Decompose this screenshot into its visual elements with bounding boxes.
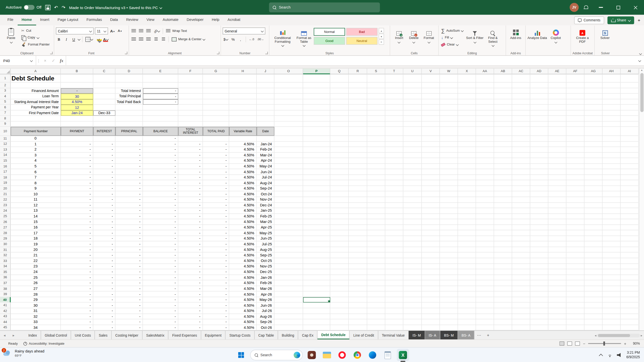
cell-AB5[interactable] <box>494 99 512 105</box>
cell-R25[interactable] <box>349 214 367 219</box>
cell-AI25[interactable] <box>621 214 639 219</box>
cell-AD8[interactable] <box>530 116 548 121</box>
cell-H17[interactable]: 4.50% <box>229 169 257 175</box>
cell-H8[interactable] <box>229 116 257 121</box>
cell-V16[interactable] <box>422 164 440 169</box>
cell-P2[interactable] <box>303 82 330 88</box>
cell-D19[interactable]: - <box>115 180 143 186</box>
cell-AI11[interactable] <box>621 136 639 141</box>
cell-O9[interactable] <box>274 121 303 127</box>
cell-G33[interactable]: - <box>203 258 229 264</box>
cell-P45[interactable] <box>303 325 330 330</box>
cell-F28[interactable]: - <box>178 230 203 236</box>
cell-E27[interactable]: - <box>143 225 178 230</box>
cell-F12[interactable]: - <box>178 142 203 147</box>
cell-P33[interactable] <box>303 258 330 264</box>
cell-P44[interactable] <box>303 319 330 325</box>
cell-T43[interactable] <box>385 314 403 319</box>
cell-R3[interactable] <box>349 88 367 94</box>
row-header-28[interactable]: 28 <box>0 230 11 236</box>
cell-AI24[interactable] <box>621 208 639 214</box>
cell-E18[interactable]: - <box>143 175 178 180</box>
cell-X23[interactable] <box>458 203 476 208</box>
cell-B3[interactable]: - <box>61 88 93 94</box>
cell-R2[interactable] <box>349 82 367 88</box>
cell-Q22[interactable] <box>330 197 349 203</box>
cell-AA31[interactable] <box>476 247 494 253</box>
cell-AA2[interactable] <box>476 82 494 88</box>
cell-S18[interactable] <box>367 175 385 180</box>
cell-B33[interactable]: - <box>61 258 93 264</box>
cell-AG36[interactable] <box>584 275 602 280</box>
cell-P28[interactable] <box>303 230 330 236</box>
cell-C20[interactable]: - <box>93 186 115 191</box>
solver-button[interactable]: S Solver <box>596 27 614 40</box>
cell-D17[interactable]: - <box>115 169 143 175</box>
cell-J1[interactable] <box>257 74 274 83</box>
row-header-6[interactable]: 6 <box>0 105 11 110</box>
cell-G26[interactable]: - <box>203 219 229 225</box>
cell-E41[interactable]: - <box>143 303 178 308</box>
column-header-X[interactable]: X <box>458 69 476 74</box>
cell-H11[interactable] <box>229 136 257 141</box>
cell-AC15[interactable] <box>512 158 530 164</box>
cell-U26[interactable] <box>403 219 422 225</box>
cell-AI10[interactable] <box>621 127 639 136</box>
cell-Q23[interactable] <box>330 203 349 208</box>
cell-W16[interactable] <box>440 164 458 169</box>
cell-A23[interactable]: 12 <box>11 203 61 208</box>
cell-V24[interactable] <box>422 208 440 214</box>
cell-AH5[interactable] <box>602 99 621 105</box>
cell-AC25[interactable] <box>512 214 530 219</box>
cell-AF45[interactable] <box>566 325 584 330</box>
cell-AF3[interactable] <box>566 88 584 94</box>
cell-T21[interactable] <box>385 192 403 197</box>
cell-C39[interactable]: - <box>93 292 115 297</box>
cell-X29[interactable] <box>458 236 476 242</box>
cell-F16[interactable]: - <box>178 164 203 169</box>
cell-A32[interactable]: 21 <box>11 253 61 258</box>
cell-AI45[interactable] <box>621 325 639 330</box>
cell-C9[interactable] <box>93 121 115 127</box>
cell-E31[interactable]: - <box>143 247 178 253</box>
cell-AI6[interactable] <box>621 105 639 110</box>
cell-B1[interactable] <box>61 74 93 83</box>
column-header-AB[interactable]: AB <box>494 69 512 74</box>
cell-AE4[interactable] <box>548 94 567 99</box>
cell-AB36[interactable] <box>494 275 512 280</box>
cell-G35[interactable]: - <box>203 269 229 275</box>
cell-B11[interactable] <box>61 136 93 141</box>
cell-H10[interactable]: Variable Rate <box>229 127 257 136</box>
copy-button[interactable]: Copy <box>21 34 51 40</box>
cell-C33[interactable]: - <box>93 258 115 264</box>
cell-A43[interactable]: 32 <box>11 314 61 319</box>
cell-S42[interactable] <box>367 308 385 314</box>
cell-S5[interactable] <box>367 99 385 105</box>
cell-J40[interactable]: May-26 <box>257 297 274 303</box>
cell-AE34[interactable] <box>548 264 567 269</box>
cell-D42[interactable]: - <box>115 308 143 314</box>
cell-Q37[interactable] <box>330 280 349 286</box>
cell-X2[interactable] <box>458 82 476 88</box>
cell-G19[interactable]: - <box>203 180 229 186</box>
cell-AB17[interactable] <box>494 169 512 175</box>
avatar[interactable]: JV <box>570 3 579 12</box>
cell-AC38[interactable] <box>512 286 530 292</box>
cell-G20[interactable]: - <box>203 186 229 191</box>
cell-R39[interactable] <box>349 292 367 297</box>
cell-W41[interactable] <box>440 303 458 308</box>
cell-AF44[interactable] <box>566 319 584 325</box>
cell-R27[interactable] <box>349 225 367 230</box>
cell-E34[interactable]: - <box>143 264 178 269</box>
row-header-14[interactable]: 14 <box>0 153 11 158</box>
cell-V22[interactable] <box>422 197 440 203</box>
cell-C44[interactable]: - <box>93 319 115 325</box>
cell-O29[interactable] <box>274 236 303 242</box>
cell-AI9[interactable] <box>621 121 639 127</box>
cell-W28[interactable] <box>440 230 458 236</box>
cell-AE23[interactable] <box>548 203 567 208</box>
zoom-out-button[interactable]: − <box>583 341 585 346</box>
cell-A29[interactable]: 18 <box>11 236 61 242</box>
cell-D40[interactable]: - <box>115 297 143 303</box>
cell-AE21[interactable] <box>548 192 567 197</box>
